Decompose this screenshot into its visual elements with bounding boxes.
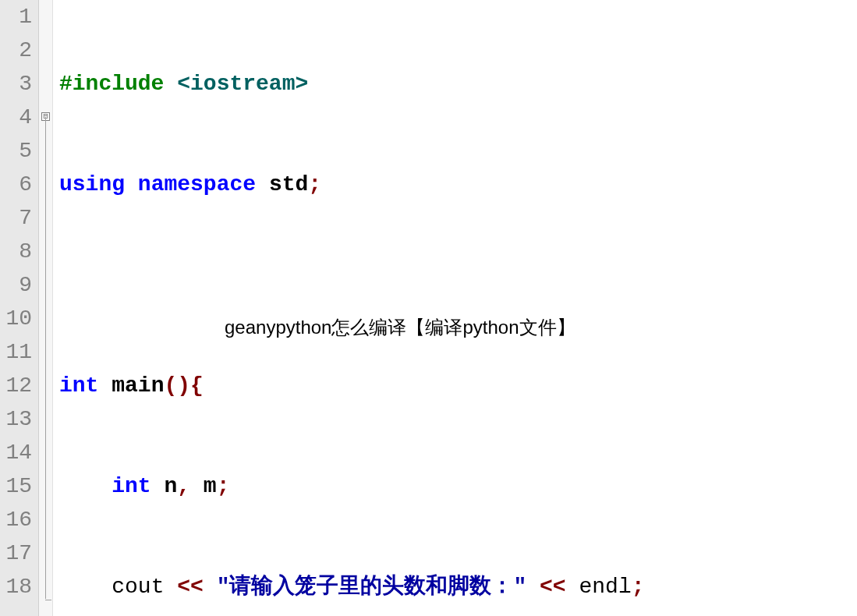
line-number: 15 [0, 469, 32, 503]
identifier: m [190, 474, 217, 498]
line-number: 14 [0, 436, 32, 469]
line-number: 11 [0, 335, 32, 369]
keyword: int [59, 373, 98, 398]
keyword: namespace [138, 172, 256, 196]
line-number-gutter: 1 2 3 4 5 6 7 8 9 10 11 12 13 14 15 16 1… [0, 0, 39, 616]
line-number: 2 [0, 34, 32, 67]
function-name: main [112, 373, 164, 398]
fold-end-cap [45, 600, 51, 600]
keyword: int [112, 474, 151, 498]
code-line[interactable]: cout << "请输入笼子里的头数和脚数：" << endl; [59, 570, 857, 604]
line-number: 1 [0, 0, 32, 34]
identifier: endl [566, 575, 632, 599]
line-number: 12 [0, 369, 32, 402]
punct: { [190, 373, 204, 398]
identifier: std [269, 172, 308, 196]
include-header: <iostream> [177, 72, 308, 96]
watermark-overlay: geanypython怎么编译【编译python文件】 [225, 310, 575, 344]
code-line[interactable]: int main(){ [59, 369, 857, 402]
line-number: 18 [0, 570, 32, 604]
code-editor: 1 2 3 4 5 6 7 8 9 10 11 12 13 14 15 16 1… [0, 0, 857, 616]
punct: ; [632, 575, 645, 599]
code-line[interactable] [59, 268, 857, 302]
line-number: 3 [0, 67, 32, 101]
operator: << [177, 575, 204, 599]
line-number: 7 [0, 201, 32, 235]
line-number: 16 [0, 503, 32, 536]
code-line[interactable]: int n, m; [59, 469, 857, 503]
string-literal: "请输入笼子里的头数和脚数：" [204, 575, 540, 599]
punct: ; [308, 172, 321, 196]
line-number: 8 [0, 235, 32, 268]
line-number: 6 [0, 168, 32, 201]
keyword: using [59, 172, 125, 196]
preprocessor: #include [59, 72, 177, 96]
fold-guide-line [45, 117, 46, 599]
line-number: 9 [0, 268, 32, 302]
identifier: cout [112, 575, 177, 599]
line-number: 5 [0, 134, 32, 168]
code-area[interactable]: #include <iostream> using namespace std;… [53, 0, 857, 616]
line-number: 10 [0, 302, 32, 335]
punct: () [164, 373, 190, 398]
line-number: 4 [0, 101, 32, 134]
identifier: n [151, 474, 178, 498]
operator: << [540, 575, 566, 599]
punct: ; [217, 474, 230, 498]
line-number: 17 [0, 536, 32, 570]
punct: , [177, 474, 190, 498]
code-line[interactable]: using namespace std; [59, 168, 857, 201]
code-line[interactable]: #include <iostream> [59, 67, 857, 101]
line-number: 13 [0, 402, 32, 436]
fold-margin: ⊟ [39, 0, 53, 616]
